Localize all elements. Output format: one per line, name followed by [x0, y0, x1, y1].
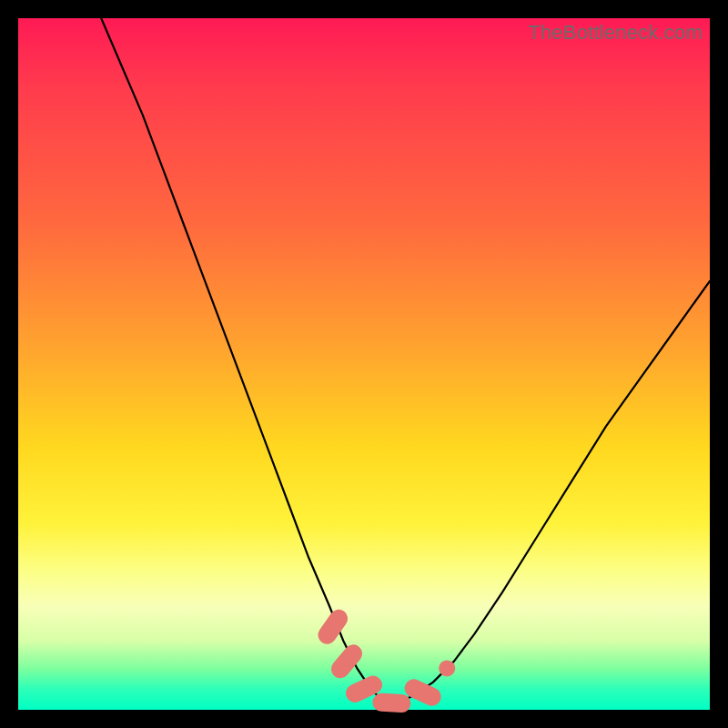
bottleneck-curve	[101, 18, 710, 703]
curve-marker	[315, 606, 351, 648]
outer-frame: TheBottleneck.com	[0, 0, 728, 728]
curve-marker	[439, 660, 455, 676]
curve-marker	[372, 693, 411, 713]
plot-area: TheBottleneck.com	[18, 18, 710, 710]
markers-group	[315, 606, 456, 713]
curve-svg	[18, 18, 710, 710]
